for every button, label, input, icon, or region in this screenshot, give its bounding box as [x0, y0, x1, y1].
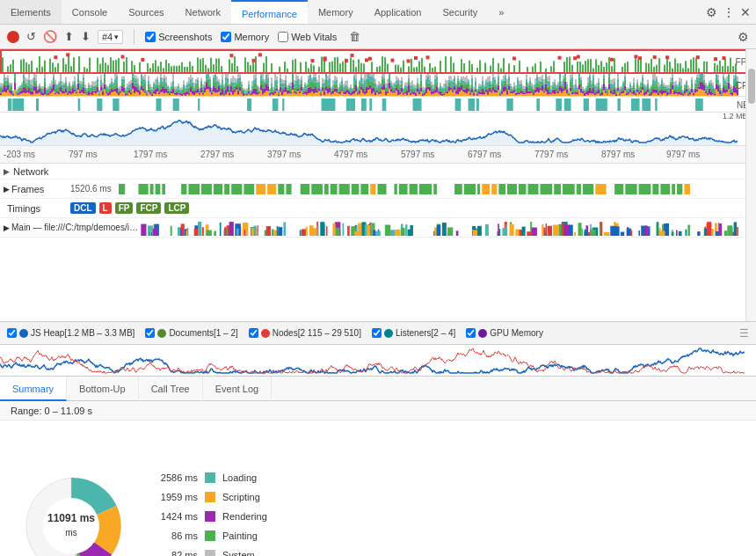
- mem-label-gpu: GPU Memory: [490, 328, 543, 338]
- tab-call-tree[interactable]: Call Tree: [139, 377, 203, 401]
- trash-icon[interactable]: 🗑: [349, 30, 360, 43]
- timing-l: L: [99, 202, 112, 214]
- clear-button[interactable]: 🚫: [43, 30, 57, 43]
- tab-bottom-up[interactable]: Bottom-Up: [67, 377, 139, 401]
- frames-expand-icon[interactable]: ▶: [4, 185, 10, 194]
- separator: [134, 29, 134, 45]
- pie-center-label: 11091 ms ms: [47, 512, 95, 539]
- legend-name-rendering: Rendering: [222, 511, 267, 522]
- memory-chart: [0, 345, 756, 377]
- range-text: Range: 0 – 11.09 s: [11, 406, 92, 416]
- main-expand-icon[interactable]: ▶: [4, 223, 10, 232]
- timeline-scrollbar[interactable]: [745, 49, 756, 321]
- tab-security[interactable]: Security: [432, 0, 488, 25]
- tab-elements[interactable]: Elements: [0, 0, 62, 25]
- tab-more[interactable]: »: [488, 0, 514, 25]
- legend-color-system: [205, 550, 215, 556]
- web-vitals-checkbox[interactable]: [278, 32, 288, 42]
- tab-bar: Elements Console Sources Network Perform…: [0, 0, 756, 25]
- memory-checkbox-label[interactable]: Memory: [221, 32, 269, 42]
- tick-1: 797 ms: [69, 150, 98, 159]
- tick-8: 7797 ms: [534, 150, 568, 159]
- range-bar: Range: 0 – 11.09 s: [0, 401, 756, 421]
- mem-item-js-heap[interactable]: JS Heap[1.2 MB – 3.3 MB]: [7, 328, 134, 338]
- legend-ms-system: 82 ms: [149, 550, 198, 556]
- tick-0: -203 ms: [4, 150, 35, 159]
- upload-button[interactable]: ⬆: [64, 30, 74, 43]
- memory-checkbox[interactable]: [221, 32, 231, 42]
- legend-name-scripting: Scripting: [222, 492, 260, 502]
- tab-network[interactable]: Network: [175, 0, 231, 25]
- mem-item-nodes[interactable]: Nodes[2 115 – 29 510]: [249, 328, 361, 338]
- tick-3: 2797 ms: [200, 150, 234, 159]
- mem-label-listeners: Listeners[2 – 4]: [396, 328, 455, 338]
- tab-summary[interactable]: Summary: [0, 377, 67, 401]
- network-expand-icon[interactable]: ▶: [4, 167, 10, 176]
- frames-label: ▶ Frames: [0, 184, 70, 194]
- screenshots-checkbox-label[interactable]: Screenshots: [145, 32, 212, 42]
- legend-ms-scripting: 1959 ms: [149, 492, 198, 502]
- download-button[interactable]: ⬇: [81, 30, 91, 43]
- mem-checkbox-listeners[interactable]: [372, 328, 382, 338]
- mem-color-documents: [157, 329, 166, 338]
- pie-chart: 11091 ms ms: [14, 469, 128, 556]
- cpu-row: CPU: [0, 74, 756, 97]
- tab-sources[interactable]: Sources: [118, 0, 174, 25]
- summary-content: 11091 ms ms 2586 ms Loading 1959 ms Scri…: [0, 421, 756, 556]
- mem-color-gpu: [478, 329, 487, 338]
- mem-scrollbar-icon[interactable]: ☰: [739, 327, 749, 340]
- timing-lcp: LCP: [164, 202, 189, 214]
- legend-table: 2586 ms Loading 1959 ms Scripting 1424 m…: [149, 468, 267, 556]
- legend-color-scripting: [205, 492, 215, 502]
- reload-button[interactable]: ↺: [26, 30, 36, 43]
- timing-fp: FP: [115, 202, 134, 214]
- fps-row: FPS: [0, 49, 756, 74]
- tab-application[interactable]: Application: [364, 0, 433, 25]
- tick-9: 8797 ms: [601, 150, 635, 159]
- mem-checkbox-js-heap[interactable]: [7, 328, 17, 338]
- legend-name-system: System: [222, 550, 255, 556]
- close-icon[interactable]: ✕: [740, 5, 751, 19]
- screenshots-checkbox[interactable]: [145, 32, 156, 42]
- tick-7: 6797 ms: [468, 150, 501, 159]
- mem-item-listeners[interactable]: Listeners[2 – 4]: [372, 328, 455, 338]
- performance-timeline: FPS CPU NET 1.2 MB – -203 ms 797 ms 1797…: [0, 49, 756, 322]
- mem-label-js-heap: JS Heap[1.2 MB – 3.3 MB]: [31, 328, 134, 338]
- legend-name-loading: Loading: [222, 472, 257, 483]
- legend-color-rendering: [205, 511, 215, 522]
- timing-fcp: FCP: [136, 202, 161, 214]
- timings-row: Timings DCL L FP FCP LCP: [0, 199, 756, 218]
- record-button[interactable]: [7, 31, 19, 43]
- legend-row-loading: 2586 ms Loading: [149, 468, 267, 487]
- tick-5: 4797 ms: [334, 150, 367, 159]
- mem-item-gpu[interactable]: GPU Memory: [466, 328, 543, 338]
- tick-2: 1797 ms: [134, 150, 167, 159]
- mem-color-js-heap: [19, 329, 28, 338]
- mem-checkbox-gpu[interactable]: [466, 328, 476, 338]
- legend-ms-painting: 86 ms: [149, 530, 198, 541]
- session-dropdown-icon[interactable]: ▾: [114, 33, 119, 41]
- legend-ms-rendering: 1424 ms: [149, 511, 198, 522]
- network-label: Network: [13, 166, 48, 177]
- mem-checkbox-nodes[interactable]: [249, 328, 258, 338]
- main-label: Main — file:///C:/tmp/demoes/interview-c…: [11, 223, 141, 232]
- settings-button[interactable]: ⚙: [738, 30, 749, 44]
- ruler-row: -203 ms 797 ms 1797 ms 2797 ms 3797 ms 4…: [0, 146, 756, 164]
- legend-ms-loading: 2586 ms: [149, 472, 198, 483]
- scrollbar-thumb[interactable]: [748, 69, 755, 104]
- legend-color-loading: [205, 472, 215, 483]
- settings-icon[interactable]: ⚙: [706, 5, 717, 19]
- mem-item-documents[interactable]: Documents[1 – 2]: [145, 328, 237, 338]
- tab-performance[interactable]: Performance: [231, 0, 308, 25]
- legend-color-painting: [205, 530, 215, 541]
- tab-console[interactable]: Console: [62, 0, 118, 25]
- mem-color-listeners: [384, 329, 393, 338]
- web-vitals-checkbox-label[interactable]: Web Vitals: [278, 32, 337, 42]
- session-label: #4: [102, 32, 113, 42]
- network-section-row[interactable]: ▶ Network: [0, 164, 756, 179]
- more-icon[interactable]: ⋮: [723, 5, 735, 19]
- legend-row-rendering: 1424 ms Rendering: [149, 507, 267, 526]
- tab-event-log[interactable]: Event Log: [203, 377, 273, 401]
- tab-memory[interactable]: Memory: [308, 0, 364, 25]
- mem-checkbox-documents[interactable]: [145, 328, 155, 338]
